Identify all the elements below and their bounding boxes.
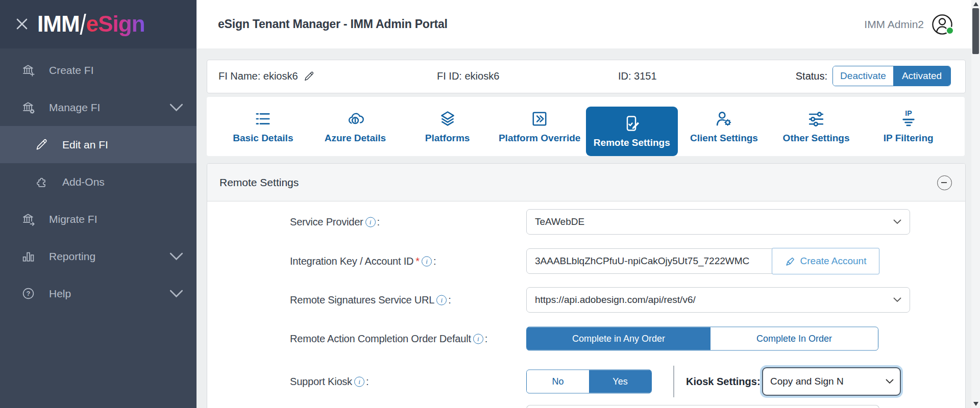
chevron-down-icon — [169, 249, 183, 263]
input-value: 3AAABLblqZhCPfuU-npiCakOjy5Ut75_7222WMC — [535, 256, 749, 267]
sidebar-item-manage-fi[interactable]: Manage FI — [0, 89, 197, 126]
tab-ip-filtering[interactable]: IP IP Filtering — [862, 97, 954, 156]
chevron-down-icon — [169, 287, 183, 300]
complete-in-order-option[interactable]: Complete In Order — [710, 327, 878, 350]
vertical-divider — [673, 366, 674, 397]
tab-label: Platform Override — [499, 133, 581, 144]
label-colon: : — [377, 216, 380, 227]
button-label: Create Account — [800, 256, 867, 267]
info-icon[interactable]: i — [473, 334, 483, 344]
status-toggle: Deactivate Activated — [832, 66, 951, 86]
info-icon[interactable]: i — [436, 295, 447, 305]
label-colon: : — [366, 376, 369, 387]
next-field-partial[interactable] — [526, 405, 879, 408]
edit-pencil-icon[interactable] — [303, 70, 315, 82]
scroll-up-arrow-icon[interactable] — [973, 2, 978, 6]
list-icon — [254, 110, 272, 128]
logo-slash: / — [80, 9, 86, 41]
tab-basic-details[interactable]: Basic Details — [217, 97, 309, 156]
logo-esign: eSign — [86, 11, 145, 36]
sidebar-item-label: Edit an FI — [62, 139, 108, 151]
support-kiosk-label: Support Kioski: — [290, 376, 369, 388]
user-gear-icon — [715, 110, 733, 128]
service-provider-select[interactable]: TeAWebDE — [526, 209, 910, 235]
fi-numeric-id: ID: 3151 — [618, 60, 657, 92]
layers-icon — [438, 110, 457, 128]
complete-any-order-option[interactable]: Complete in Any Order — [527, 327, 710, 350]
sidebar-item-reporting[interactable]: Reporting — [0, 238, 197, 275]
scrollbar-thumb[interactable] — [972, 8, 979, 54]
label-text: Service Provider — [290, 216, 363, 227]
required-asterisk: * — [415, 256, 420, 267]
tab-platform-override[interactable]: Platform Override — [494, 97, 586, 156]
service-provider-label: Service Provideri: — [290, 216, 380, 228]
remote-url-select[interactable]: https://api.adobesign.com/api/rest/v6/ — [526, 287, 910, 313]
label-text: Remote Signatures Service URL — [290, 294, 434, 305]
puzzle-icon — [35, 175, 48, 189]
sidebar-item-help[interactable]: ? Help — [0, 275, 197, 312]
tab-label: Azure Details — [325, 133, 386, 144]
integration-key-row: Integration Key / Account ID*i: 3AAABLbl… — [207, 248, 965, 274]
collapse-minus-icon[interactable] — [937, 175, 952, 190]
label-text: Support Kiosk — [290, 376, 352, 387]
panel-title: Remote Settings — [219, 176, 299, 189]
bar-chart-icon — [21, 249, 35, 263]
select-value: TeAWebDE — [535, 216, 584, 227]
sidebar-logo-bar: IMM/eSign — [0, 0, 197, 48]
tab-platforms[interactable]: Platforms — [401, 97, 494, 156]
info-icon[interactable]: i — [354, 377, 364, 387]
remote-settings-panel: Remote Settings Service Provideri: TeAWe… — [207, 163, 966, 408]
kiosk-settings-select[interactable]: Copy and Sign N — [762, 367, 901, 396]
tabs-bar: Basic Details Azure Details Platforms — [207, 97, 965, 156]
chevron-down-icon — [893, 297, 901, 302]
status-cluster: Status: Deactivate Activated — [796, 60, 951, 92]
sliders-icon — [807, 110, 825, 128]
status-label: Status: — [796, 70, 827, 82]
label-colon: : — [433, 256, 436, 267]
arrow-box-icon — [530, 110, 549, 128]
label-text: Integration Key / Account ID — [290, 256, 413, 267]
sidebar-item-label: Help — [49, 288, 71, 300]
integration-key-input[interactable]: 3AAABLblqZhCPfuU-npiCakOjy5Ut75_7222WMC — [526, 248, 789, 274]
bank-plus-icon — [21, 63, 35, 77]
fi-id: FI ID: ekiosk6 — [437, 60, 499, 92]
tab-client-settings[interactable]: Client Settings — [678, 97, 770, 156]
info-icon[interactable]: i — [365, 217, 376, 227]
kiosk-no-option[interactable]: No — [527, 370, 589, 393]
tab-label: Platforms — [425, 133, 470, 144]
activated-button[interactable]: Activated — [893, 66, 950, 86]
tab-remote-settings[interactable]: Remote Settings — [586, 107, 678, 156]
completion-order-label: Remote Action Completion Order Defaulti: — [290, 333, 487, 345]
support-kiosk-row: Support Kioski: No Yes Kiosk Settings: C… — [207, 368, 965, 395]
chevron-down-icon — [893, 219, 901, 224]
label-colon: : — [448, 294, 451, 305]
sidebar-item-add-ons[interactable]: Add-Ons — [0, 163, 197, 200]
select-value: https://api.adobesign.com/api/rest/v6/ — [535, 294, 696, 305]
scroll-down-arrow-icon[interactable] — [973, 402, 978, 406]
completion-order-row: Remote Action Completion Order Defaulti:… — [207, 327, 965, 350]
info-icon[interactable]: i — [422, 257, 432, 267]
tab-azure-details[interactable]: Azure Details — [309, 97, 402, 156]
deactivate-button[interactable]: Deactivate — [833, 66, 893, 86]
tab-other-settings[interactable]: Other Settings — [770, 97, 863, 156]
user-name: IMM Admin2 — [864, 18, 924, 31]
sidebar-item-migrate-fi[interactable]: Migrate FI — [0, 200, 197, 238]
close-icon[interactable] — [13, 15, 31, 33]
user-box[interactable]: IMM Admin2 — [864, 0, 953, 48]
tab-label: Other Settings — [783, 133, 850, 144]
label-colon: : — [485, 333, 487, 344]
avatar[interactable] — [931, 13, 953, 36]
kiosk-yes-option[interactable]: Yes — [589, 370, 651, 393]
completion-order-toggle: Complete in Any Order Complete In Order — [526, 327, 878, 351]
create-account-button[interactable]: Create Account — [772, 248, 879, 274]
chevron-down-icon — [886, 379, 894, 384]
fi-info-bar: FI Name: ekiosk6 FI ID: ekiosk6 ID: 3151… — [207, 60, 966, 93]
brand-logo: IMM/eSign — [37, 11, 145, 37]
vertical-scrollbar — [971, 0, 980, 408]
tab-label: IP Filtering — [884, 133, 934, 144]
cloud-info-icon — [346, 110, 364, 128]
remote-url-row: Remote Signatures Service URLi: https://… — [207, 288, 965, 312]
sidebar-item-edit-an-fi[interactable]: Edit an FI — [0, 126, 197, 163]
sidebar-item-create-fi[interactable]: Create FI — [0, 52, 197, 89]
svg-text:IP: IP — [905, 110, 912, 117]
